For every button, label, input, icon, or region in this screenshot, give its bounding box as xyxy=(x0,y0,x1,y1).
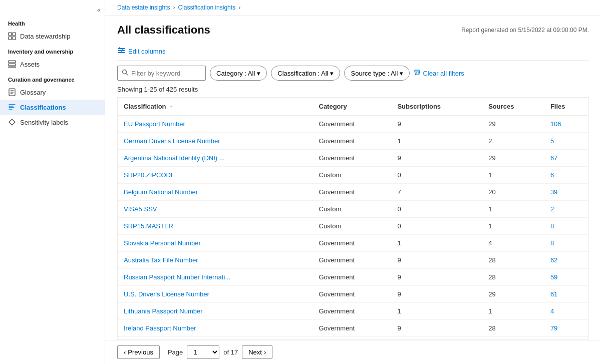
table-row: EU Passport Number Government 9 29 106 xyxy=(118,116,588,133)
sidebar-item-label: Data stewardship xyxy=(20,33,70,40)
col-subscriptions[interactable]: Subscriptions xyxy=(391,98,482,116)
previous-button[interactable]: ‹ Previous xyxy=(117,345,160,359)
page-of-label: of 17 xyxy=(223,348,238,356)
files-cell[interactable]: 67 xyxy=(544,150,588,167)
edit-columns-icon xyxy=(117,47,125,56)
keyword-input[interactable] xyxy=(131,70,201,77)
table-row: SRP15.MASTER Custom 0 1 8 xyxy=(118,218,588,235)
svg-line-18 xyxy=(126,74,128,76)
classification-cell[interactable]: Slovakia Personal Number xyxy=(118,235,313,252)
files-cell[interactable]: 61 xyxy=(544,286,588,303)
files-cell[interactable]: 6 xyxy=(544,167,588,184)
files-cell[interactable]: 8 xyxy=(544,235,588,252)
col-files[interactable]: Files xyxy=(544,98,588,116)
files-cell[interactable]: 106 xyxy=(544,116,588,133)
col-classification[interactable]: Classification ↑ xyxy=(118,98,313,116)
results-count: Showing 1-25 of 425 results xyxy=(117,86,589,93)
sidebar-section-curation: Curation and governance xyxy=(0,72,105,85)
glossary-icon xyxy=(8,88,16,96)
sensitivity-labels-icon xyxy=(8,118,16,126)
table-header-row: Classification ↑ Category Subscriptions … xyxy=(118,98,588,116)
category-cell: Government xyxy=(313,184,392,201)
sources-cell: 1 xyxy=(482,201,544,218)
table-row: VISA5.SSV Custom 0 1 2 xyxy=(118,201,588,218)
sidebar-collapse-button[interactable]: « xyxy=(0,4,105,16)
edit-columns-button[interactable]: Edit columns xyxy=(117,47,165,56)
svg-rect-0 xyxy=(9,33,12,36)
classification-filter[interactable]: Classification : All ▾ xyxy=(271,66,340,81)
next-button[interactable]: Next › xyxy=(242,345,272,359)
classification-cell[interactable]: Latvia Driver's License Number xyxy=(118,337,313,340)
files-cell[interactable]: 4 xyxy=(544,303,588,320)
keyword-filter[interactable] xyxy=(117,66,206,81)
classification-cell[interactable]: Ireland Passport Number xyxy=(118,320,313,337)
subscriptions-cell: 1 xyxy=(391,235,482,252)
classification-cell[interactable]: Lithuania Passport Number xyxy=(118,303,313,320)
page-title: All classifications xyxy=(117,24,210,37)
category-filter[interactable]: Category : All ▾ xyxy=(210,66,267,81)
previous-icon: ‹ xyxy=(124,348,126,356)
pagination: ‹ Previous Page 123456789101112131415161… xyxy=(105,340,601,364)
files-cell[interactable]: 62 xyxy=(544,252,588,269)
subscriptions-cell: 9 xyxy=(391,252,482,269)
next-icon: › xyxy=(264,348,266,356)
breadcrumb-data-estate[interactable]: Data estate insights xyxy=(117,4,170,11)
table-row: German Driver's License Number Governmen… xyxy=(118,133,588,150)
page-select[interactable]: 1234567891011121314151617 xyxy=(187,345,219,359)
sidebar-item-sensitivity-labels[interactable]: Sensitivity labels xyxy=(0,115,105,130)
col-category[interactable]: Category xyxy=(313,98,392,116)
files-cell[interactable]: 59 xyxy=(544,269,588,286)
files-cell[interactable]: 1 xyxy=(544,337,588,340)
files-cell[interactable]: 79 xyxy=(544,320,588,337)
classifications-table-container[interactable]: Classification ↑ Category Subscriptions … xyxy=(117,97,589,340)
clear-filters-icon xyxy=(414,69,421,78)
category-cell: Custom xyxy=(313,201,392,218)
source-type-chevron-icon: ▾ xyxy=(400,70,403,77)
table-row: Australia Tax File Number Government 9 2… xyxy=(118,252,588,269)
classification-chevron-icon: ▾ xyxy=(330,70,334,77)
sources-cell: 28 xyxy=(482,252,544,269)
sources-cell: 1 xyxy=(482,167,544,184)
toolbar: Edit columns xyxy=(117,43,589,61)
category-cell: Government xyxy=(313,133,392,150)
sidebar-item-glossary[interactable]: Glossary xyxy=(0,85,105,100)
classification-cell[interactable]: EU Passport Number xyxy=(118,116,313,133)
page-label: Page xyxy=(168,348,183,356)
classification-cell[interactable]: Russian Passport Number Internati... xyxy=(118,269,313,286)
sidebar-item-label: Glossary xyxy=(20,89,46,96)
svg-rect-3 xyxy=(13,37,16,40)
files-cell[interactable]: 5 xyxy=(544,133,588,150)
breadcrumb-sep-2: › xyxy=(238,4,240,11)
category-cell: Government xyxy=(313,116,392,133)
sidebar-item-data-stewardship[interactable]: Data stewardship xyxy=(0,29,105,44)
classification-cell[interactable]: Australia Tax File Number xyxy=(118,252,313,269)
sidebar-item-label: Classifications xyxy=(20,104,66,111)
files-cell[interactable]: 39 xyxy=(544,184,588,201)
sources-cell: 3 xyxy=(482,337,544,340)
svg-rect-2 xyxy=(9,37,12,40)
sidebar-item-label: Sensitivity labels xyxy=(20,119,68,126)
sidebar-item-assets[interactable]: Assets xyxy=(0,57,105,72)
table-row: Belgium National Number Government 7 20 … xyxy=(118,184,588,201)
breadcrumb-classification-insights[interactable]: Classification insights xyxy=(178,4,235,11)
classification-cell[interactable]: SRP20.ZIPCODE xyxy=(118,167,313,184)
category-cell: Government xyxy=(313,252,392,269)
col-sources[interactable]: Sources xyxy=(482,98,544,116)
assets-icon xyxy=(8,60,16,68)
classification-cell[interactable]: German Driver's License Number xyxy=(118,133,313,150)
clear-filters-button[interactable]: Clear all filters xyxy=(414,69,464,78)
sources-cell: 20 xyxy=(482,184,544,201)
files-cell[interactable]: 8 xyxy=(544,218,588,235)
files-cell[interactable]: 2 xyxy=(544,201,588,218)
classification-cell[interactable]: U.S. Driver's License Number xyxy=(118,286,313,303)
edit-columns-label: Edit columns xyxy=(128,48,165,55)
svg-rect-6 xyxy=(9,67,16,68)
classification-cell[interactable]: VISA5.SSV xyxy=(118,201,313,218)
classification-cell[interactable]: SRP15.MASTER xyxy=(118,218,313,235)
next-label: Next xyxy=(248,348,262,356)
classification-cell[interactable]: Argentina National Identity (DNI) ... xyxy=(118,150,313,167)
sidebar-item-classifications[interactable]: Classifications xyxy=(0,100,105,115)
subscriptions-cell: 2 xyxy=(391,337,482,340)
source-type-filter[interactable]: Source type : All ▾ xyxy=(344,66,410,81)
classification-cell[interactable]: Belgium National Number xyxy=(118,184,313,201)
